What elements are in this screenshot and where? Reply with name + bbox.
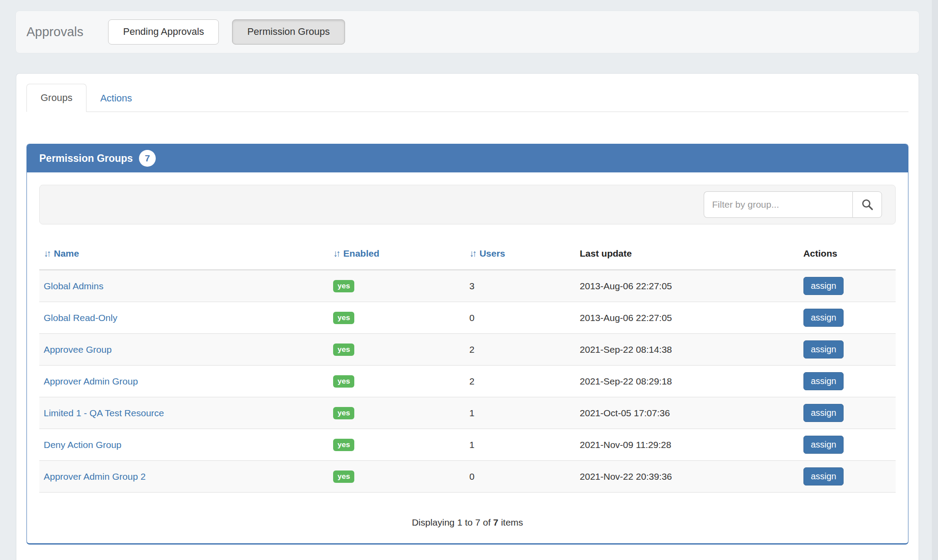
users-count: 0: [465, 302, 575, 334]
page-header: Approvals Pending Approvals Permission G…: [16, 11, 919, 53]
column-header-actions: Actions: [799, 242, 896, 270]
tab-actions[interactable]: Actions: [86, 85, 146, 112]
group-name-link[interactable]: Global Admins: [44, 281, 103, 291]
panel-title: Permission Groups: [39, 153, 133, 164]
last-update: 2021-Nov-09 11:29:28: [575, 429, 799, 461]
group-name-link[interactable]: Limited 1 - QA Test Resource: [44, 408, 164, 418]
assign-button[interactable]: assign: [803, 404, 844, 422]
assign-button[interactable]: assign: [803, 372, 844, 390]
enabled-badge: yes: [333, 407, 354, 419]
last-update: 2021-Oct-05 17:07:36: [575, 397, 799, 429]
column-header-last-update: Last update: [575, 242, 799, 270]
sort-icon: ↓↑: [333, 248, 339, 258]
enabled-badge: yes: [333, 470, 354, 483]
panel-header: Permission Groups 7: [27, 144, 908, 172]
assign-button[interactable]: assign: [803, 309, 844, 327]
count-badge: 7: [139, 150, 156, 167]
last-update: 2021-Sep-22 08:29:18: [575, 366, 799, 397]
pending-approvals-button[interactable]: Pending Approvals: [108, 19, 219, 44]
group-name-link[interactable]: Global Read-Only: [44, 313, 117, 323]
column-header-enabled[interactable]: ↓↑Enabled: [329, 242, 465, 270]
users-count: 2: [465, 366, 575, 397]
users-count: 0: [465, 461, 575, 493]
search-button[interactable]: [852, 191, 882, 218]
tab-bar: Groups Actions: [26, 84, 908, 112]
users-count: 1: [465, 397, 575, 429]
column-header-users[interactable]: ↓↑Users: [465, 242, 575, 270]
enabled-badge: yes: [333, 375, 354, 388]
users-count: 1: [465, 429, 575, 461]
enabled-badge: yes: [333, 280, 354, 292]
last-update: 2021-Nov-22 20:39:36: [575, 461, 799, 493]
filter-input[interactable]: [704, 191, 852, 218]
total-items-count: 7: [493, 517, 499, 527]
enabled-badge: yes: [333, 343, 354, 356]
permission-groups-table: ↓↑Name ↓↑Enabled ↓↑Users Last update Act…: [39, 242, 896, 493]
table-row: Global Admins yes 3 2013-Aug-06 22:27:05…: [39, 270, 896, 302]
pagination-summary: Displaying 1 to 7 of 7 items: [39, 517, 896, 528]
permission-groups-panel: Permission Groups 7: [26, 144, 908, 545]
assign-button[interactable]: assign: [803, 277, 844, 295]
column-header-name[interactable]: ↓↑Name: [39, 242, 329, 270]
table-row: Approver Admin Group yes 2 2021-Sep-22 0…: [39, 366, 896, 397]
permission-groups-button[interactable]: Permission Groups: [232, 19, 345, 44]
enabled-badge: yes: [333, 439, 354, 451]
page-title: Approvals: [26, 25, 83, 39]
scrollbar[interactable]: [932, 0, 938, 560]
table-row: Limited 1 - QA Test Resource yes 1 2021-…: [39, 397, 896, 429]
sort-icon: ↓↑: [44, 248, 49, 258]
panel-body: ↓↑Name ↓↑Enabled ↓↑Users Last update Act…: [27, 172, 908, 540]
users-count: 3: [465, 270, 575, 302]
sort-icon: ↓↑: [469, 248, 475, 258]
tab-groups[interactable]: Groups: [26, 84, 86, 112]
search-icon: [861, 198, 874, 211]
table-row: Approver Admin Group 2 yes 0 2021-Nov-22…: [39, 461, 896, 493]
filter-input-group: [704, 191, 882, 218]
table-row: Global Read-Only yes 0 2013-Aug-06 22:27…: [39, 302, 896, 334]
last-update: 2013-Aug-06 22:27:05: [575, 302, 799, 334]
last-update: 2013-Aug-06 22:27:05: [575, 270, 799, 302]
users-count: 2: [465, 334, 575, 366]
group-name-link[interactable]: Approvee Group: [44, 344, 112, 355]
content-card: Groups Actions Permission Groups 7: [16, 73, 919, 560]
group-name-link[interactable]: Approver Admin Group: [44, 376, 138, 386]
group-name-link[interactable]: Approver Admin Group 2: [44, 471, 146, 482]
group-name-link[interactable]: Deny Action Group: [44, 440, 121, 450]
assign-button[interactable]: assign: [803, 436, 844, 454]
table-header-row: ↓↑Name ↓↑Enabled ↓↑Users Last update Act…: [39, 242, 896, 270]
enabled-badge: yes: [333, 312, 354, 324]
table-row: Deny Action Group yes 1 2021-Nov-09 11:2…: [39, 429, 896, 461]
last-update: 2021-Sep-22 08:14:38: [575, 334, 799, 366]
table-row: Approvee Group yes 2 2021-Sep-22 08:14:3…: [39, 334, 896, 366]
assign-button[interactable]: assign: [803, 340, 844, 358]
assign-button[interactable]: assign: [803, 467, 844, 485]
filter-toolbar: [39, 185, 896, 224]
